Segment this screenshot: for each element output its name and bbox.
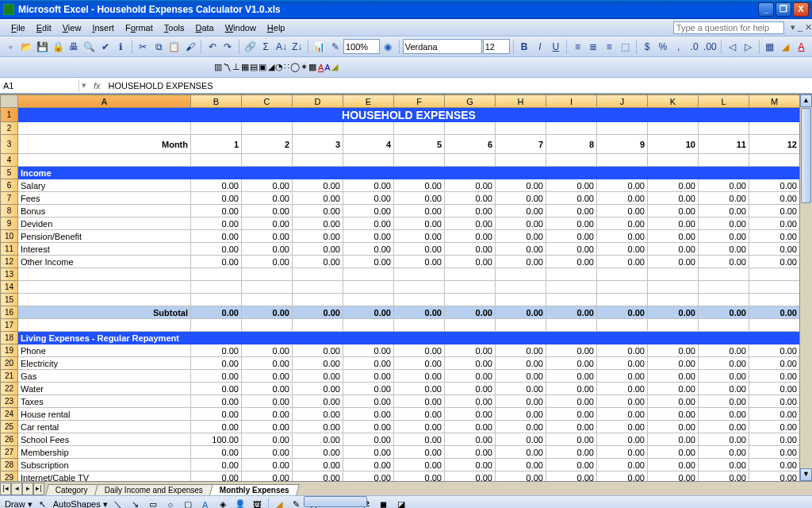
row-label[interactable]: Subscription	[18, 459, 191, 471]
align-left-icon[interactable]: ≡	[570, 39, 585, 55]
data-cell[interactable]: 0.00	[496, 344, 546, 357]
menu-edit[interactable]: Edit	[32, 21, 56, 34]
chart-surface-icon[interactable]: ▩	[308, 62, 316, 72]
data-cell[interactable]: 0.00	[546, 370, 597, 383]
row-label[interactable]: Gas	[18, 370, 191, 383]
row-28[interactable]: 28	[1, 459, 18, 471]
print-icon[interactable]: 🖶	[66, 39, 81, 55]
data-cell[interactable]: 0.00	[394, 205, 445, 217]
row-8[interactable]: 8	[1, 205, 18, 217]
data-cell[interactable]: 0.00	[648, 408, 699, 421]
data-cell[interactable]: 0.00	[394, 344, 445, 357]
data-cell[interactable]: 0.00	[343, 205, 394, 217]
row-17[interactable]: 17	[1, 319, 18, 332]
row-23[interactable]: 23	[1, 395, 18, 408]
data-cell[interactable]: 0.00	[343, 383, 394, 395]
data-cell[interactable]: 0.00	[394, 408, 445, 421]
data-cell[interactable]: 0.00	[749, 357, 800, 370]
data-cell[interactable]: 0.00	[546, 243, 597, 256]
align-right-icon[interactable]: ≡	[602, 39, 617, 55]
tab-next-icon[interactable]: ▸	[22, 483, 33, 495]
research-icon[interactable]: ℹ	[113, 39, 128, 55]
data-cell[interactable]: 0.00	[445, 243, 496, 256]
data-cell[interactable]: 0.00	[749, 383, 800, 395]
data-cell[interactable]: 0.00	[699, 370, 749, 383]
data-cell[interactable]: 0.00	[648, 344, 699, 357]
col-M[interactable]: M	[749, 95, 800, 108]
hyperlink-icon[interactable]: 🔗	[243, 39, 258, 55]
data-cell[interactable]: 0.00	[546, 205, 597, 217]
row-21[interactable]: 21	[1, 370, 18, 383]
dec-decimal-icon[interactable]: .00	[703, 39, 718, 55]
row-label[interactable]: Bonus	[18, 205, 191, 217]
borders-icon[interactable]: ▦	[762, 39, 777, 55]
help-input[interactable]	[673, 21, 784, 34]
row-5[interactable]: 5	[1, 167, 18, 179]
data-cell[interactable]: 0.00	[394, 230, 445, 243]
menu-window[interactable]: Window	[220, 21, 261, 34]
data-cell[interactable]: 0.00	[648, 256, 699, 268]
data-cell[interactable]: 0.00	[191, 344, 242, 357]
data-cell[interactable]: 0.00	[394, 357, 445, 370]
subtotal-cell[interactable]: 0.00	[191, 306, 242, 319]
col-L[interactable]: L	[699, 95, 749, 108]
data-cell[interactable]: 0.00	[293, 433, 343, 446]
row-label[interactable]: School Fees	[18, 433, 191, 446]
data-cell[interactable]: 0.00	[445, 344, 496, 357]
data-cell[interactable]: 0.00	[597, 433, 648, 446]
row-label[interactable]: Pension/Benefit	[18, 230, 191, 243]
data-cell[interactable]: 0.00	[749, 179, 800, 192]
data-cell[interactable]: 0.00	[546, 383, 597, 395]
data-cell[interactable]: 0.00	[699, 256, 749, 268]
data-cell[interactable]: 0.00	[242, 357, 293, 370]
data-cell[interactable]: 0.00	[242, 217, 293, 230]
data-cell[interactable]: 0.00	[445, 446, 496, 459]
data-cell[interactable]: 0.00	[648, 230, 699, 243]
data-cell[interactable]: 0.00	[597, 421, 648, 433]
data-cell[interactable]: 0.00	[445, 383, 496, 395]
data-cell[interactable]: 0.00	[496, 446, 546, 459]
diagram-icon[interactable]: ◈	[216, 498, 230, 509]
data-cell[interactable]: 0.00	[597, 217, 648, 230]
help-search[interactable]	[673, 21, 784, 34]
row-label[interactable]: Fees	[18, 192, 191, 205]
data-cell[interactable]: 0.00	[699, 408, 749, 421]
data-cell[interactable]: 0.00	[293, 408, 343, 421]
line-icon[interactable]: ＼	[111, 498, 125, 509]
data-cell[interactable]: 0.00	[749, 408, 800, 421]
col-K[interactable]: K	[648, 95, 699, 108]
data-cell[interactable]: 0.00	[546, 357, 597, 370]
data-cell[interactable]: 0.00	[749, 395, 800, 408]
font-color-icon[interactable]: A	[794, 39, 809, 55]
data-cell[interactable]: 0.00	[191, 383, 242, 395]
month-cell[interactable]: 5	[394, 135, 445, 154]
data-cell[interactable]: 0.00	[546, 446, 597, 459]
formula-input[interactable]: HOUSEHOLD EXPENSES	[105, 79, 812, 92]
col-E[interactable]: E	[343, 95, 394, 108]
col-C[interactable]: C	[242, 95, 293, 108]
data-cell[interactable]: 0.00	[242, 230, 293, 243]
line-color-icon[interactable]: ✎	[289, 498, 304, 509]
row-3[interactable]: 3	[1, 135, 18, 154]
data-cell[interactable]: 0.00	[445, 408, 496, 421]
col-G[interactable]: G	[445, 95, 496, 108]
data-cell[interactable]: 0.00	[394, 383, 445, 395]
vertical-scrollbar[interactable]: ▲ ▼	[799, 94, 812, 481]
select-objects-icon[interactable]: ↖	[36, 498, 50, 509]
subtotal-label[interactable]: Subtotal	[18, 306, 191, 319]
data-cell[interactable]: 0.00	[293, 230, 343, 243]
menu-data[interactable]: Data	[190, 21, 218, 34]
data-cell[interactable]: 0.00	[293, 383, 343, 395]
shadow-icon[interactable]: ◼	[377, 498, 391, 509]
data-cell[interactable]: 0.00	[546, 471, 597, 482]
subtotal-cell[interactable]: 0.00	[699, 306, 749, 319]
section-header[interactable]: Living Expenses - Regular Repayment	[18, 332, 800, 344]
menu-file[interactable]: File	[6, 21, 30, 34]
sort-asc-icon[interactable]: A↓	[274, 39, 289, 55]
data-cell[interactable]: 0.00	[546, 421, 597, 433]
data-cell[interactable]: 100.00	[191, 433, 242, 446]
data-cell[interactable]: 0.00	[293, 370, 343, 383]
data-cell[interactable]: 0.00	[191, 408, 242, 421]
data-cell[interactable]: 0.00	[496, 408, 546, 421]
tab-last-icon[interactable]: ▸|	[33, 483, 44, 495]
